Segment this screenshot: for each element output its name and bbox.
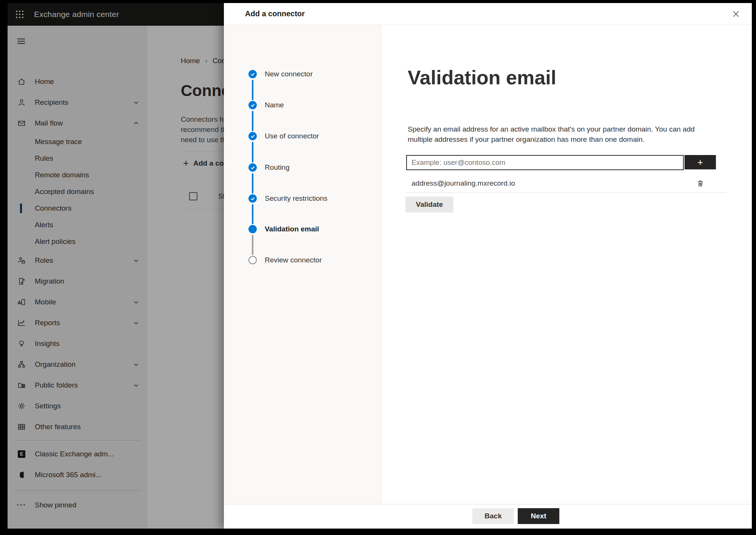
panel-header: Add a connector (224, 3, 752, 25)
address-list-item: address@journaling.mxrecord.io (405, 174, 726, 193)
step-connector-line (252, 142, 253, 163)
step-complete-icon (248, 70, 257, 78)
back-button[interactable]: Back (472, 508, 514, 524)
step-connector-line (252, 204, 253, 224)
wizard-stepper: New connector Name Use of connector Rout… (224, 25, 381, 504)
step-heading: Validation email (408, 66, 556, 89)
panel-footer: Back Next (224, 504, 752, 529)
delete-address-button[interactable] (694, 177, 706, 189)
step-use-of-connector[interactable]: Use of connector (224, 130, 381, 142)
next-button[interactable]: Next (518, 508, 559, 524)
step-connector-line (252, 111, 253, 131)
close-button[interactable] (729, 7, 743, 21)
step-security-restrictions[interactable]: Security restrictions (224, 193, 381, 204)
step-active-icon (248, 225, 257, 233)
step-connector-line (252, 80, 253, 100)
panel-title: Add a connector (245, 9, 305, 18)
step-upcoming-icon (248, 256, 257, 264)
screenshot-stage: Exchange admin center Home (0, 0, 756, 535)
step-validation-email[interactable]: Validation email (224, 223, 381, 235)
step-name[interactable]: Name (224, 99, 381, 111)
add-address-button[interactable]: + (685, 155, 716, 169)
step-routing[interactable]: Routing (224, 162, 381, 173)
step-complete-icon (248, 101, 257, 109)
address-value: address@journaling.mxrecord.io (411, 179, 515, 188)
validate-button[interactable]: Validate (405, 197, 453, 212)
step-connector-line (252, 173, 253, 194)
step-new-connector[interactable]: New connector (224, 68, 381, 80)
email-address-input[interactable] (406, 155, 684, 170)
add-connector-panel: Add a connector New connector (224, 3, 752, 529)
step-connector-line (252, 235, 253, 255)
step-complete-icon (248, 163, 257, 172)
step-review-connector[interactable]: Review connector (224, 254, 381, 266)
step-complete-icon (248, 132, 257, 140)
trash-icon (697, 180, 704, 187)
step-description: Specify an email address for an active m… (408, 124, 718, 144)
step-complete-icon (248, 194, 257, 203)
plus-icon: + (697, 157, 703, 168)
close-icon (733, 11, 739, 17)
